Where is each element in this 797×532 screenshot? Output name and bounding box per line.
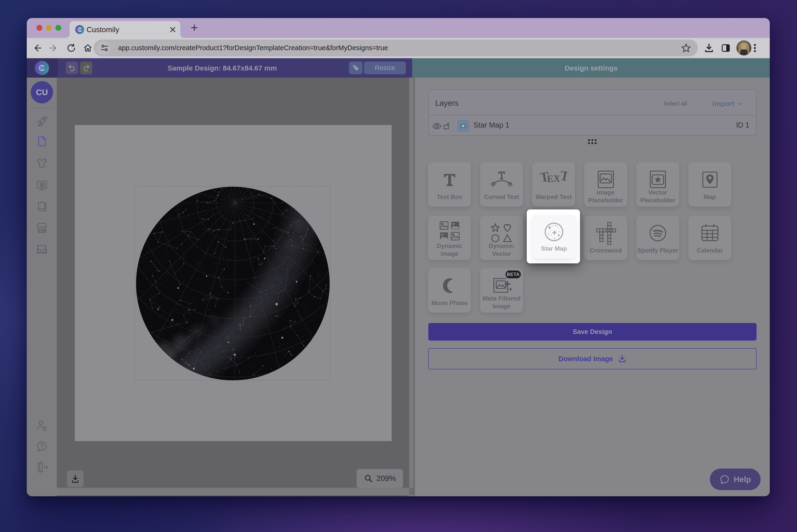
svg-text:T: T bbox=[559, 168, 567, 184]
svg-text:E: E bbox=[547, 173, 554, 184]
